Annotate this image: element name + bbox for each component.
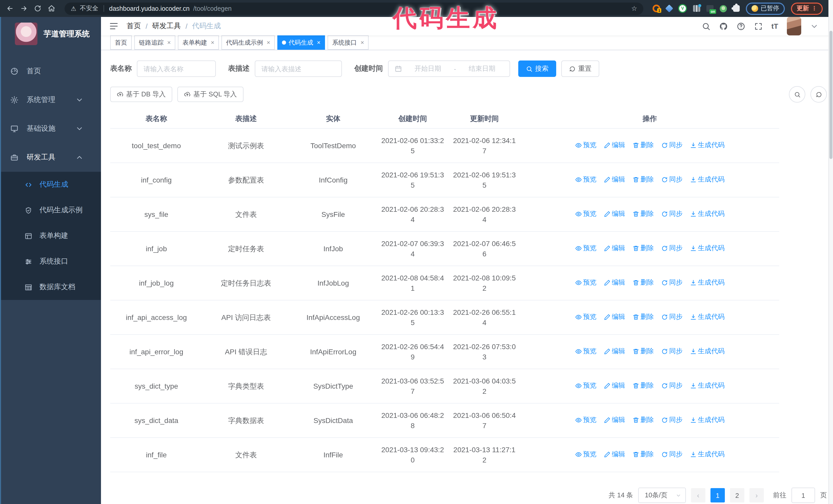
edit-link[interactable]: 编辑	[603, 243, 625, 254]
edit-link[interactable]: 编辑	[603, 381, 625, 391]
delete-link[interactable]: 删除	[632, 415, 654, 425]
sync-link[interactable]: 同步	[661, 278, 683, 288]
date-range-picker[interactable]: 开始日期 - 结束日期	[388, 61, 510, 77]
sync-link[interactable]: 同步	[661, 449, 683, 460]
sidebar-item-系统管理[interactable]: 系统管理	[0, 86, 101, 114]
tab-close-icon[interactable]: ×	[360, 39, 364, 46]
preview-link[interactable]: 预览	[575, 312, 596, 322]
tab-首页[interactable]: 首页	[110, 35, 132, 50]
sync-link[interactable]: 同步	[661, 312, 683, 322]
import-sql-button[interactable]: 基于 SQL 导入	[177, 87, 244, 102]
preview-link[interactable]: 预览	[575, 243, 596, 254]
toggle-search-button[interactable]	[789, 86, 805, 102]
font-size-icon[interactable]: tT	[771, 22, 778, 30]
edit-link[interactable]: 编辑	[603, 140, 625, 150]
preview-link[interactable]: 预览	[575, 415, 596, 425]
tab-close-icon[interactable]: ×	[211, 39, 214, 46]
edit-link[interactable]: 编辑	[603, 312, 625, 322]
delete-link[interactable]: 删除	[632, 140, 654, 150]
sync-link[interactable]: 同步	[661, 209, 683, 219]
browser-reload-icon[interactable]	[34, 5, 42, 12]
edit-link[interactable]: 编辑	[603, 209, 625, 219]
extension-puzzle-icon[interactable]	[733, 5, 740, 12]
delete-link[interactable]: 删除	[632, 449, 654, 460]
sidebar-item-首页[interactable]: 首页	[0, 57, 101, 86]
preview-link[interactable]: 预览	[575, 346, 596, 357]
sync-link[interactable]: 同步	[661, 140, 683, 150]
search-icon[interactable]	[702, 22, 711, 30]
avatar[interactable]	[787, 17, 801, 35]
refresh-table-button[interactable]	[810, 86, 827, 102]
sync-link[interactable]: 同步	[661, 381, 683, 391]
delete-link[interactable]: 删除	[632, 243, 654, 254]
generate-code-link[interactable]: 生成代码	[690, 449, 724, 460]
tab-系统接口[interactable]: 系统接口×	[328, 35, 368, 50]
page-button-2[interactable]: 2	[730, 488, 744, 502]
generate-code-link[interactable]: 生成代码	[690, 243, 724, 254]
reset-button[interactable]: 重置	[561, 61, 599, 77]
goto-page-input[interactable]	[791, 487, 815, 503]
prev-page-button[interactable]: ‹	[691, 488, 705, 502]
github-icon[interactable]	[719, 22, 728, 30]
tab-代码生成示例[interactable]: 代码生成示例×	[221, 35, 275, 50]
browser-home-icon[interactable]	[48, 5, 55, 12]
delete-link[interactable]: 删除	[632, 209, 654, 219]
generate-code-link[interactable]: 生成代码	[690, 381, 724, 391]
tab-close-icon[interactable]: ×	[317, 39, 320, 46]
help-icon[interactable]	[737, 22, 745, 30]
hamburger-icon[interactable]	[109, 22, 118, 31]
fullscreen-icon[interactable]	[754, 22, 763, 30]
generate-code-link[interactable]: 生成代码	[690, 278, 724, 288]
generate-code-link[interactable]: 生成代码	[690, 174, 724, 185]
generate-code-link[interactable]: 生成代码	[690, 140, 724, 150]
tab-表单构建[interactable]: 表单构建×	[178, 35, 219, 50]
sidebar-subitem-数据库文档[interactable]: 数据库文档	[0, 274, 101, 300]
page-scrollbar[interactable]	[828, 0, 833, 504]
preview-link[interactable]: 预览	[575, 209, 596, 219]
generate-code-link[interactable]: 生成代码	[690, 209, 724, 219]
browser-back-icon[interactable]	[6, 5, 14, 12]
sidebar-subitem-系统接口[interactable]: 系统接口	[0, 249, 101, 274]
sidebar-subitem-代码生成[interactable]: 代码生成	[0, 172, 101, 197]
sidebar-item-基础设施[interactable]: 基础设施	[0, 114, 101, 143]
tab-代码生成[interactable]: 代码生成×	[277, 35, 325, 50]
extension-green-check-icon[interactable]: V	[678, 4, 687, 13]
page-size-select[interactable]: 10条/页	[638, 487, 686, 503]
edit-link[interactable]: 编辑	[603, 415, 625, 425]
sync-link[interactable]: 同步	[661, 346, 683, 357]
kebab-menu-icon[interactable]: ⋮	[811, 5, 817, 12]
generate-code-link[interactable]: 生成代码	[690, 312, 724, 322]
import-db-button[interactable]: 基于 DB 导入	[110, 87, 172, 102]
bookmark-star-icon[interactable]: ☆	[631, 5, 637, 12]
tab-close-icon[interactable]: ×	[266, 39, 270, 46]
generate-code-link[interactable]: 生成代码	[690, 346, 724, 357]
delete-link[interactable]: 删除	[632, 278, 654, 288]
preview-link[interactable]: 预览	[575, 381, 596, 391]
preview-link[interactable]: 预览	[575, 449, 596, 460]
address-bar[interactable]: ⚠ 不安全 dashboard.yudao.iocoder.cn/tool/co…	[65, 2, 643, 15]
sidebar-subitem-代码生成示例[interactable]: 代码生成示例	[0, 197, 101, 223]
table-name-input[interactable]	[137, 61, 216, 77]
update-button[interactable]: 更新 ⋮	[791, 2, 823, 15]
sidebar-subitem-表单构建[interactable]: 表单构建	[0, 223, 101, 249]
chevron-down-icon[interactable]	[810, 22, 819, 30]
preview-link[interactable]: 预览	[575, 140, 596, 150]
table-desc-input[interactable]	[255, 61, 342, 77]
edit-link[interactable]: 编辑	[603, 278, 625, 288]
extension-orange-ring-icon[interactable]: 1	[652, 5, 660, 12]
scrollbar-thumb[interactable]	[829, 31, 832, 159]
delete-link[interactable]: 删除	[632, 174, 654, 185]
sync-link[interactable]: 同步	[661, 243, 683, 254]
sync-link[interactable]: 同步	[661, 415, 683, 425]
paused-badge[interactable]: 已暂停	[746, 2, 785, 15]
delete-link[interactable]: 删除	[632, 312, 654, 322]
delete-link[interactable]: 删除	[632, 381, 654, 391]
edit-link[interactable]: 编辑	[603, 449, 625, 460]
extension-green-monkey-icon[interactable]	[720, 5, 727, 12]
extension-blue-gem-icon[interactable]	[665, 4, 673, 12]
edit-link[interactable]: 编辑	[603, 174, 625, 185]
breadcrumb-item[interactable]: 首页	[127, 22, 141, 31]
generate-code-link[interactable]: 生成代码	[690, 415, 724, 425]
breadcrumb-item[interactable]: 研发工具	[152, 22, 181, 31]
delete-link[interactable]: 删除	[632, 346, 654, 357]
